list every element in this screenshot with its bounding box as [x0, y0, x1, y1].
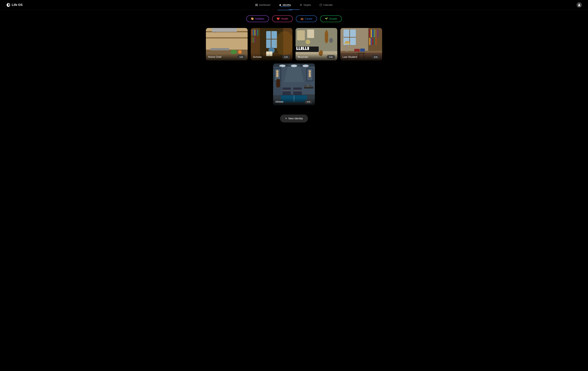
svg-rect-82 — [360, 49, 365, 52]
card-title-scholar: Scholar — [253, 55, 262, 59]
nav-calendar[interactable]: Calendar — [318, 3, 334, 7]
svg-rect-72 — [374, 38, 375, 45]
identity-card-musician[interactable]: Musician Edit — [295, 28, 337, 60]
svg-rect-71 — [372, 38, 374, 45]
svg-rect-30 — [257, 30, 258, 36]
svg-rect-33 — [254, 37, 255, 43]
svg-rect-35 — [271, 31, 272, 48]
svg-rect-98 — [276, 73, 278, 77]
career-icon: 💼 — [301, 17, 304, 20]
identity-grid: Home Chef Edit — [0, 26, 588, 111]
svg-rect-53 — [307, 47, 309, 50]
identity-card-scholar[interactable]: Scholar Edit — [251, 28, 293, 60]
avatar-icon — [578, 3, 581, 7]
svg-rect-29 — [256, 30, 257, 36]
svg-rect-34 — [266, 31, 277, 48]
targets-icon — [300, 4, 302, 6]
filter-growth[interactable]: 🌱 Growth — [320, 15, 342, 22]
card-overlay-scholar: Scholar Edit — [251, 53, 293, 60]
filter-career[interactable]: 💼 Career — [296, 15, 317, 22]
svg-rect-22 — [212, 28, 237, 32]
svg-rect-112 — [293, 90, 302, 91]
svg-rect-31 — [252, 37, 253, 43]
card-title-law-student: Law Student — [343, 55, 357, 59]
svg-rect-66 — [374, 30, 375, 37]
app-logo[interactable]: Life OS — [6, 3, 22, 7]
new-identity-section: + New Identity — [0, 111, 588, 129]
svg-rect-26 — [252, 30, 253, 36]
app-name: Life OS — [12, 3, 22, 7]
card-overlay-athlete: Athlete Edit — [273, 98, 315, 105]
svg-rect-28 — [254, 30, 255, 36]
card-overlay-law-student: Law Student Edit — [340, 53, 382, 60]
svg-point-12 — [578, 4, 580, 5]
nav-active-indicator — [289, 10, 300, 10]
svg-rect-102 — [309, 73, 311, 77]
svg-point-21 — [238, 50, 242, 54]
nav-identity-wrapper: Identity — [278, 3, 292, 7]
identity-card-law-student[interactable]: -- Desk --> Law — [340, 28, 382, 60]
nav-dashboard[interactable]: Dashboard — [254, 3, 272, 7]
svg-point-80 — [344, 43, 351, 44]
svg-rect-69 — [369, 38, 370, 45]
svg-point-59 — [329, 38, 333, 43]
card-title-athlete: Athlete — [275, 100, 284, 103]
edit-musician-button[interactable]: Edit — [327, 55, 335, 59]
card-overlay-home-chef: Home Chef Edit — [206, 53, 248, 60]
svg-rect-36 — [266, 39, 277, 39]
svg-rect-81 — [354, 49, 360, 52]
edit-law-student-button[interactable]: Edit — [372, 55, 380, 59]
nav-targets[interactable]: Targets — [298, 3, 312, 7]
edit-athlete-button[interactable]: Edit — [304, 100, 313, 104]
svg-rect-54 — [297, 47, 299, 49]
svg-rect-46 — [307, 30, 314, 38]
nav-dashboard-wrapper: Dashboard — [254, 3, 272, 7]
svg-point-90 — [303, 65, 309, 67]
growth-icon: 🌱 — [325, 17, 328, 20]
identity-row-2: Athlete Edit — [273, 64, 315, 105]
nav-identity[interactable]: Identity — [278, 3, 292, 7]
hobbies-icon: 🎨 — [251, 17, 254, 20]
svg-point-60 — [305, 40, 310, 44]
svg-rect-32 — [253, 37, 254, 43]
nav-targets-wrapper: Targets — [298, 3, 312, 7]
health-icon: ❤️ — [277, 17, 280, 20]
svg-rect-70 — [371, 38, 372, 45]
svg-rect-76 — [344, 37, 356, 38]
svg-rect-67 — [375, 30, 377, 37]
svg-rect-68 — [377, 30, 378, 37]
user-avatar[interactable] — [577, 2, 582, 8]
svg-point-107 — [307, 85, 309, 87]
svg-point-97 — [276, 70, 279, 73]
nav-center: Dashboard Identity Targets — [254, 3, 334, 7]
svg-rect-63 — [369, 30, 370, 37]
identity-row-1: Home Chef Edit — [206, 28, 382, 60]
svg-rect-103 — [276, 79, 280, 87]
svg-rect-56 — [304, 47, 305, 49]
svg-rect-0 — [255, 4, 256, 5]
filter-hobbies[interactable]: 🎨 Hobbies — [246, 15, 269, 22]
calendar-icon — [320, 4, 322, 6]
svg-rect-65 — [372, 30, 374, 37]
nav-calendar-wrapper: Calendar — [318, 3, 334, 7]
svg-point-101 — [309, 70, 311, 73]
svg-rect-57 — [306, 47, 307, 49]
filter-health[interactable]: ❤️ Health — [272, 15, 293, 22]
svg-rect-50 — [301, 47, 303, 50]
identity-card-athlete[interactable]: Athlete Edit — [273, 64, 315, 105]
svg-rect-19 — [210, 48, 229, 50]
edit-home-chef-button[interactable]: Edit — [237, 55, 245, 59]
identity-card-home-chef[interactable]: Home Chef Edit — [206, 28, 248, 60]
svg-rect-3 — [257, 5, 258, 6]
svg-rect-15 — [206, 37, 248, 39]
svg-rect-2 — [255, 5, 256, 6]
svg-rect-1 — [257, 4, 258, 5]
new-identity-button[interactable]: + New Identity — [280, 115, 308, 122]
svg-rect-8 — [320, 4, 322, 6]
svg-rect-79 — [346, 43, 347, 52]
filter-bar: 🎨 Hobbies ❤️ Health 💼 Career 🌱 Growth — [0, 10, 588, 26]
edit-scholar-button[interactable]: Edit — [282, 55, 290, 59]
svg-point-108 — [309, 85, 312, 87]
svg-point-7 — [301, 5, 301, 5]
svg-rect-55 — [300, 47, 301, 49]
